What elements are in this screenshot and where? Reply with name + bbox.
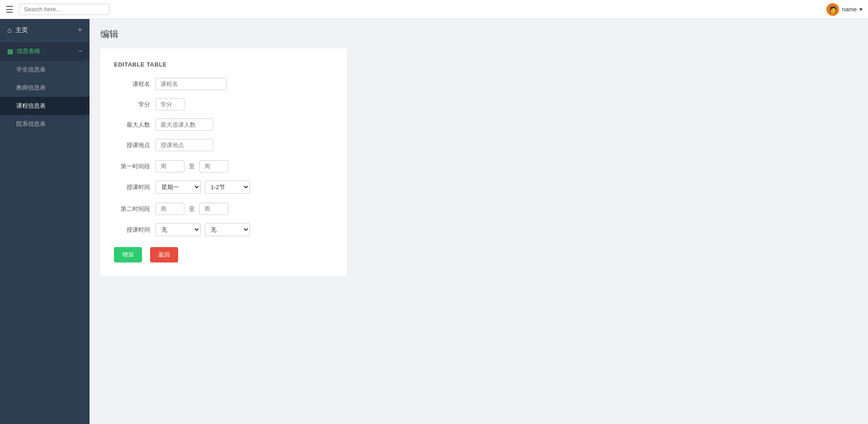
period1-end-input[interactable] <box>199 160 228 172</box>
max-students-input[interactable] <box>156 119 213 131</box>
period2-end-input[interactable] <box>199 203 228 215</box>
day-select-2[interactable]: 无 星期一 星期二 星期三 星期四 星期五 星期六 星期日 <box>156 223 201 236</box>
add-button[interactable]: 增加 <box>114 247 142 262</box>
home-icon: ⌂ <box>7 26 12 34</box>
to-label-1: 至 <box>189 162 195 171</box>
period2-label: 第二时间段 <box>114 205 150 213</box>
layout: ⌂ 主页 + ▦ 信息表格 − 学生信息表 教师信息表 课程信息表 <box>0 19 868 424</box>
user-name: name <box>842 6 857 13</box>
slot-select-1[interactable]: 1-2节 3-4节 5-6节 7-8节 9-10节 <box>205 181 250 194</box>
sidebar-section: ▦ 信息表格 − 学生信息表 教师信息表 课程信息表 院系信息表 <box>0 42 90 133</box>
period1-label: 第一时间段 <box>114 162 150 171</box>
sidebar: ⌂ 主页 + ▦ 信息表格 − 学生信息表 教师信息表 课程信息表 <box>0 19 90 424</box>
slot-select-2[interactable]: 无 1-2节 3-4节 5-6节 7-8节 9-10节 <box>205 223 250 236</box>
class-time1-label: 授课时间 <box>114 183 150 191</box>
period1-start-input[interactable] <box>156 160 184 172</box>
credit-label: 学分 <box>114 100 150 109</box>
sidebar-section-header[interactable]: ▦ 信息表格 − <box>0 42 90 61</box>
sidebar-home[interactable]: ⌂ 主页 + <box>0 19 90 42</box>
card-title: EDITABLE TABLE <box>114 61 333 68</box>
dropdown-icon: ▾ <box>859 6 863 13</box>
credit-input[interactable] <box>156 98 184 110</box>
course-name-label: 课程名 <box>114 80 150 88</box>
avatar: 🧑 <box>826 3 839 16</box>
back-button[interactable]: 返回 <box>150 247 178 262</box>
form-row-location: 授课地点 <box>114 139 333 151</box>
sidebar-home-label: 主页 <box>15 26 28 34</box>
main-content: 编辑 EDITABLE TABLE 课程名 学分 最大人数 授课地点 <box>90 19 868 424</box>
location-input[interactable] <box>156 139 213 151</box>
sidebar-item-student[interactable]: 学生信息表 <box>0 61 90 79</box>
edit-card: EDITABLE TABLE 课程名 学分 最大人数 授课地点 <box>100 48 347 276</box>
sidebar-section-header-left: ▦ 信息表格 <box>7 47 40 55</box>
avatar-icon: 🧑 <box>829 6 837 13</box>
button-row: 增加 返回 <box>114 247 333 262</box>
sidebar-section-collapse-icon: − <box>78 47 82 55</box>
location-label: 授课地点 <box>114 141 150 149</box>
search-input[interactable] <box>19 4 109 15</box>
form-row-period1: 第一时间段 至 <box>114 160 333 172</box>
hamburger-icon[interactable]: ☰ <box>5 4 14 15</box>
user-menu[interactable]: 🧑 name ▾ <box>826 3 863 16</box>
day-select-1[interactable]: 星期一 星期二 星期三 星期四 星期五 星期六 星期日 <box>156 181 201 194</box>
sidebar-item-teacher[interactable]: 教师信息表 <box>0 79 90 97</box>
period2-start-input[interactable] <box>156 203 184 215</box>
topbar: ☰ 🧑 name ▾ <box>0 0 868 19</box>
sidebar-home-left: ⌂ 主页 <box>7 26 28 34</box>
sidebar-home-plus[interactable]: + <box>77 25 82 35</box>
form-row-class-time2: 授课时间 无 星期一 星期二 星期三 星期四 星期五 星期六 星期日 无 1-2… <box>114 223 333 236</box>
form-row-credit: 学分 <box>114 98 333 110</box>
form-row-max-students: 最大人数 <box>114 119 333 131</box>
page-title: 编辑 <box>100 28 857 40</box>
sidebar-item-department[interactable]: 院系信息表 <box>0 115 90 133</box>
sidebar-section-label: 信息表格 <box>17 47 40 55</box>
class-time2-label: 授课时间 <box>114 226 150 234</box>
form-row-course-name: 课程名 <box>114 78 333 90</box>
form-row-period2: 第二时间段 至 <box>114 203 333 215</box>
to-label-2: 至 <box>189 205 195 213</box>
form-row-class-time1: 授课时间 星期一 星期二 星期三 星期四 星期五 星期六 星期日 1-2节 3-… <box>114 181 333 194</box>
max-students-label: 最大人数 <box>114 121 150 129</box>
sidebar-item-course[interactable]: 课程信息表 <box>0 97 90 115</box>
course-name-input[interactable] <box>156 78 227 90</box>
table-icon: ▦ <box>7 48 13 55</box>
